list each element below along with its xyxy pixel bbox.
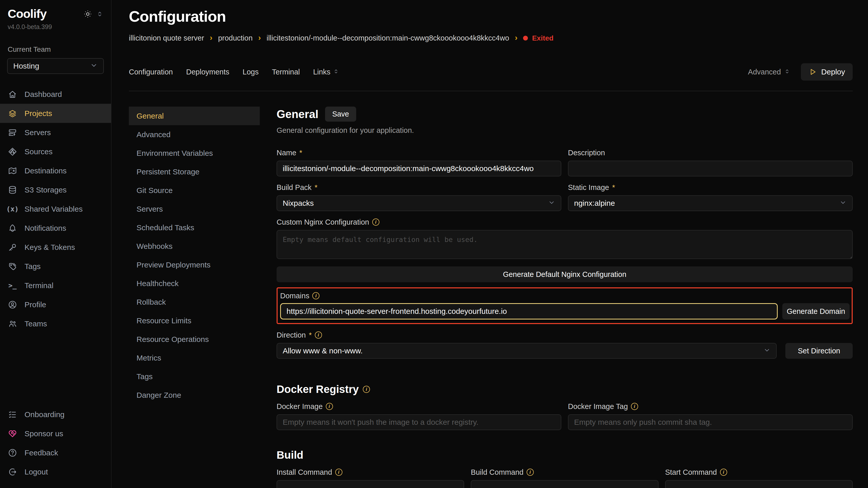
static-image-label: Static Image *: [568, 183, 853, 192]
custom-nginx-textarea[interactable]: [277, 230, 853, 259]
start-command-field-group: Start Command i: [665, 468, 853, 488]
tab-configuration[interactable]: Configuration: [129, 68, 173, 76]
sidebar-item-keys-tokens[interactable]: Keys & Tokens: [0, 238, 111, 257]
direction-select[interactable]: Allow www & non-www.: [277, 343, 777, 359]
status-text: Exited: [532, 34, 553, 42]
docker-image-tag-input[interactable]: [568, 414, 853, 430]
generate-nginx-button[interactable]: Generate Default Nginx Configuration: [277, 266, 853, 282]
sidebar-item-dashboard[interactable]: Dashboard: [0, 85, 111, 104]
description-field-group: Description: [568, 149, 853, 176]
info-icon: i: [631, 403, 638, 410]
sidebar-item-label: Onboarding: [25, 410, 65, 419]
breadcrumb-environment[interactable]: production: [218, 34, 253, 42]
breadcrumb-project[interactable]: illicitonion quote server: [129, 34, 204, 42]
sidebar-item-tags[interactable]: Tags: [0, 257, 111, 276]
name-field-group: Name *: [277, 149, 561, 176]
sidebar-item-projects[interactable]: Projects: [0, 104, 111, 123]
static-image-select[interactable]: nginx:alpine: [568, 195, 853, 211]
play-icon: [809, 68, 817, 76]
name-input[interactable]: [277, 161, 561, 176]
tab-logs[interactable]: Logs: [243, 68, 259, 76]
sidebar-item-onboarding[interactable]: Onboarding: [0, 405, 111, 424]
subnav-item-rollback[interactable]: Rollback: [129, 293, 260, 311]
subnav-item-danger-zone[interactable]: Danger Zone: [129, 386, 260, 404]
sidebar-item-label: Sources: [25, 148, 53, 156]
sidebar-item-label: Feedback: [25, 449, 58, 457]
tab-terminal[interactable]: Terminal: [272, 68, 300, 76]
subnav-item-general[interactable]: General: [129, 106, 260, 125]
save-button[interactable]: Save: [325, 106, 356, 122]
required-mark: *: [299, 149, 302, 157]
subnav-item-resource-operations[interactable]: Resource Operations: [129, 330, 260, 349]
info-icon: i: [315, 331, 322, 338]
build-command-input[interactable]: [471, 480, 658, 488]
sidebar: Coolify v4.0.0-beta.399 Current Team Hos…: [0, 0, 112, 488]
required-mark: *: [315, 183, 317, 192]
build-heading: Build: [277, 449, 303, 461]
build-commands-row: Install Command i Build Command i: [277, 468, 853, 488]
sidebar-item-profile[interactable]: Profile: [0, 295, 111, 314]
sidebar-item-terminal[interactable]: >_ Terminal: [0, 276, 111, 295]
info-icon: i: [372, 219, 379, 226]
tabs-right: Advanced Deploy: [748, 63, 853, 80]
sidebar-item-label: Teams: [25, 320, 47, 328]
subnav-item-resource-limits[interactable]: Resource Limits: [129, 311, 260, 330]
sidebar-item-label: Logout: [25, 467, 48, 476]
section-description: General configuration for your applicati…: [277, 126, 853, 135]
page-title: Configuration: [129, 8, 853, 25]
subnav-item-servers[interactable]: Servers: [129, 200, 260, 218]
sidebar-item-destinations[interactable]: Destinations: [0, 161, 111, 180]
domains-input[interactable]: [280, 303, 778, 320]
subnav-item-environment-variables[interactable]: Environment Variables: [129, 144, 260, 162]
subnav-item-metrics[interactable]: Metrics: [129, 349, 260, 367]
domains-row: Generate Domain: [280, 303, 849, 320]
sun-icon[interactable]: [84, 10, 92, 20]
subnav-item-tags[interactable]: Tags: [129, 367, 260, 386]
sidebar-item-feedback[interactable]: Feedback: [0, 443, 111, 462]
sidebar-item-sponsor[interactable]: Sponsor us: [0, 424, 111, 443]
team-select[interactable]: Hosting: [7, 58, 104, 74]
content-row: General Advanced Environment Variables P…: [129, 106, 853, 488]
sidebar-item-servers[interactable]: Servers: [0, 123, 111, 142]
subnav-item-healthcheck[interactable]: Healthcheck: [129, 274, 260, 293]
sidebar-item-label: Projects: [25, 109, 52, 118]
tab-deployments[interactable]: Deployments: [186, 68, 229, 76]
install-command-input[interactable]: [277, 480, 464, 488]
subnav-item-git-source[interactable]: Git Source: [129, 181, 260, 200]
sidebar-item-logout[interactable]: Logout: [0, 462, 111, 481]
chevron-down-icon: [548, 199, 555, 208]
subnav-item-advanced[interactable]: Advanced: [129, 125, 260, 144]
subnav-item-webhooks[interactable]: Webhooks: [129, 237, 260, 256]
start-command-input[interactable]: [665, 480, 853, 488]
sidebar-item-sources[interactable]: Sources: [0, 142, 111, 161]
subnav-item-scheduled-tasks[interactable]: Scheduled Tasks: [129, 218, 260, 237]
deploy-button[interactable]: Deploy: [801, 63, 853, 80]
subnav-item-persistent-storage[interactable]: Persistent Storage: [129, 162, 260, 181]
breadcrumb-application[interactable]: illicitestonion/-module--decomposition:m…: [267, 34, 509, 42]
team-select-value: Hosting: [13, 62, 39, 70]
theme-selector-icon[interactable]: [96, 10, 103, 20]
set-direction-button[interactable]: Set Direction: [785, 343, 853, 359]
chevron-down-icon: [90, 61, 98, 71]
sidebar-item-teams[interactable]: Teams: [0, 314, 111, 333]
generate-domain-button[interactable]: Generate Domain: [782, 303, 849, 320]
sidebar-item-notifications[interactable]: Notifications: [0, 219, 111, 238]
description-input[interactable]: [568, 161, 853, 176]
subnav-item-preview-deployments[interactable]: Preview Deployments: [129, 256, 260, 274]
sidebar-footer: Onboarding Sponsor us Feedback Logout: [0, 405, 111, 481]
tab-links[interactable]: Links: [313, 68, 339, 76]
docker-image-input[interactable]: [277, 414, 561, 430]
build-pack-select[interactable]: Nixpacks: [277, 195, 561, 211]
sidebar-item-shared-variables[interactable]: (x) Shared Variables: [0, 199, 111, 219]
info-icon: i: [527, 468, 534, 476]
advanced-dropdown[interactable]: Advanced: [748, 68, 790, 76]
docker-image-label: Docker Image i: [277, 402, 561, 411]
info-icon: i: [326, 403, 333, 410]
tabs-row: Configuration Deployments Logs Terminal …: [129, 63, 853, 80]
breadcrumb: illicitonion quote server › production ›…: [129, 34, 853, 42]
chevron-right-icon: ›: [258, 33, 261, 42]
tabs-divider: [129, 91, 853, 91]
selector-icon: [333, 68, 339, 76]
variables-icon: (x): [8, 204, 17, 214]
sidebar-item-s3-storages[interactable]: S3 Storages: [0, 180, 111, 199]
